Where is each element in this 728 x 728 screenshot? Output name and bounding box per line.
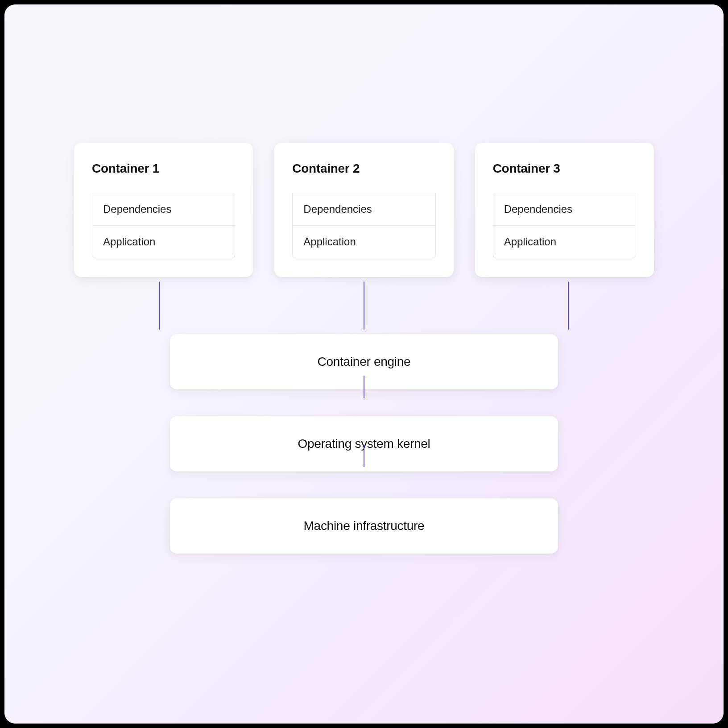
container-1-application: Application [92,226,235,258]
layer-container-engine: Container engine [170,334,558,389]
layers-column: Container engine Operating system kernel… [74,334,654,554]
container-card-2: Container 2 Dependencies Application [274,143,453,277]
layer-os-kernel: Operating system kernel [170,416,558,472]
container-1-dependencies: Dependencies [92,193,235,226]
container-card-1: Container 1 Dependencies Application [74,143,253,277]
container-architecture-diagram: Container 1 Dependencies Application Con… [74,143,654,554]
container-3-application: Application [493,226,636,258]
containers-row: Container 1 Dependencies Application Con… [74,143,654,277]
container-2-dependencies: Dependencies [292,193,435,226]
container-3-dependencies: Dependencies [493,193,636,226]
container-3-title: Container 3 [493,161,636,176]
diagram-canvas: Container 1 Dependencies Application Con… [4,4,724,724]
layer-machine-infrastructure: Machine infrastructure [170,498,558,554]
container-2-application: Application [292,226,435,258]
container-1-title: Container 1 [92,161,235,176]
container-card-3: Container 3 Dependencies Application [475,143,654,277]
container-2-title: Container 2 [292,161,435,176]
